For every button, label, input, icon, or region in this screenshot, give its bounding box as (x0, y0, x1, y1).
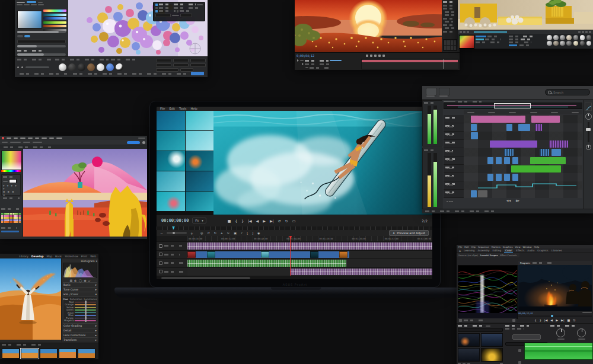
gain-knob[interactable] (586, 145, 591, 150)
transport-button-icon[interactable]: { (235, 219, 237, 223)
transport-button-icon[interactable]: ◀ (550, 318, 553, 322)
transport-button-icon[interactable]: ■ (568, 318, 570, 322)
color-swatch[interactable] (10, 221, 12, 223)
track-header[interactable] (157, 258, 187, 267)
scrubber-playhead[interactable] (172, 226, 175, 230)
zoom-fit-dropdown[interactable]: Fit▾ (192, 218, 206, 223)
timeline-hscrollbar[interactable] (157, 276, 432, 279)
panel-header[interactable]: Basic▸ (63, 282, 97, 287)
clip-thumbnail[interactable] (207, 251, 215, 258)
hue-strip[interactable] (1, 170, 21, 172)
material-sphere[interactable] (553, 41, 559, 46)
tool-button-icon[interactable]: ↺ (207, 231, 209, 235)
transport-mini-icon[interactable]: ◀◀ (506, 199, 511, 202)
search-box[interactable] (545, 89, 590, 95)
tool-button-icon[interactable]: [ (247, 231, 248, 235)
zoom-out-icon[interactable]: − (160, 231, 163, 235)
panel-header[interactable]: Tone Curve▸ (63, 287, 97, 292)
apply-button[interactable] (191, 72, 204, 75)
option-field[interactable] (190, 63, 206, 67)
material-sphere[interactable] (116, 63, 123, 71)
audio-clip[interactable] (290, 269, 432, 276)
option-field[interactable] (190, 59, 206, 62)
tool-button-icon[interactable]: + (221, 231, 223, 235)
audio-clip[interactable] (490, 141, 537, 148)
pan-knob[interactable] (556, 328, 565, 337)
overview-selection[interactable] (494, 103, 531, 108)
lock-icon[interactable] (159, 261, 162, 265)
material-sphere[interactable] (580, 35, 585, 40)
workspace-tab[interactable]: Graphics (537, 249, 549, 252)
caption-track-lane[interactable] (187, 241, 432, 250)
clip-thumbnail[interactable] (187, 251, 196, 258)
pan-knob[interactable] (577, 328, 586, 337)
panel-tab[interactable]: Lumetri Scopes (480, 254, 498, 257)
automation-envelope[interactable] (464, 182, 582, 190)
material-sphere[interactable] (566, 41, 572, 46)
hsl-slider[interactable] (75, 309, 96, 311)
module-tab[interactable]: Print (81, 255, 87, 258)
timeline-strip[interactable] (25, 66, 49, 68)
hsl-slider[interactable] (75, 312, 96, 314)
timeline-playhead[interactable] (290, 236, 291, 276)
transport-button-icon[interactable]: ◀ (256, 219, 259, 223)
audio-clip[interactable] (540, 149, 549, 156)
transport-button-icon[interactable]: ▶| (561, 318, 565, 322)
transport-mini-icon[interactable]: ▮▶ (516, 199, 520, 202)
menu-item[interactable]: Window (523, 245, 532, 248)
tool-button-icon[interactable]: ♪ (241, 231, 243, 235)
audio-clip[interactable] (531, 116, 560, 123)
material-sphere[interactable] (97, 63, 104, 71)
tool-button-icon[interactable]: ◎ (200, 231, 203, 235)
media-thumbnail[interactable] (157, 171, 185, 191)
scrubber-handle[interactable] (551, 315, 553, 317)
module-tab[interactable]: Develop (31, 255, 44, 258)
hsl-slider[interactable] (75, 320, 96, 321)
material-sphere[interactable] (106, 63, 114, 71)
tool-button-icon[interactable]: ✂ (227, 231, 229, 235)
media-thumbnail[interactable] (186, 191, 214, 211)
audio-clip[interactable] (471, 132, 478, 139)
menu-item[interactable]: Graphics (503, 245, 513, 248)
panel-header[interactable]: Lens Corrections▸ (63, 333, 97, 337)
timeline-graph-area[interactable] (361, 59, 458, 69)
audio-clip[interactable] (549, 141, 568, 148)
menu-item[interactable]: Tools (179, 107, 186, 110)
material-sphere[interactable] (580, 41, 585, 46)
value-chip[interactable] (476, 36, 486, 37)
clip-thumbnail[interactable] (261, 251, 269, 258)
mix-slider[interactable] (17, 45, 66, 47)
clip-thumbnail[interactable] (310, 251, 318, 258)
transport-button-icon[interactable]: |◀ (544, 318, 548, 322)
menu-item[interactable]: Help (534, 245, 540, 248)
track-header[interactable] (157, 241, 187, 250)
playback-slider[interactable] (474, 31, 507, 33)
module-tab[interactable]: Book (55, 255, 62, 258)
browse-button[interactable] (512, 334, 541, 340)
search-input[interactable] (553, 91, 583, 94)
twirl-icon[interactable] (302, 63, 304, 65)
current-time-indicator[interactable] (444, 59, 444, 69)
color-swatch[interactable] (19, 221, 21, 223)
workspace-tab[interactable]: Libraries (551, 249, 562, 252)
media-thumbnail[interactable] (186, 151, 214, 171)
link-text[interactable] (1, 231, 19, 232)
transport-button-icon[interactable]: { (534, 318, 536, 322)
type-buttons[interactable]: T T T T T (3, 184, 19, 190)
audio-clip[interactable] (551, 149, 561, 156)
toggle-pill[interactable] (17, 35, 23, 37)
method-dropdown[interactable] (17, 40, 66, 43)
audio-track-2-lane[interactable] (187, 267, 432, 276)
media-thumbnail[interactable] (186, 131, 214, 151)
media-thumbnail[interactable] (157, 151, 185, 171)
media-thumbnail[interactable] (186, 171, 214, 191)
tool-button-icon[interactable]: ] (252, 231, 253, 235)
audio-clip[interactable] (530, 157, 566, 164)
material-sphere[interactable] (87, 63, 95, 71)
audio-track-1-lane[interactable] (187, 258, 432, 267)
audio-clip[interactable] (518, 124, 530, 131)
audio-clip[interactable] (187, 260, 346, 267)
timeline-ruler[interactable]: 00;00;16;0000;00;32;0000;00;48;0000;01;0… (187, 236, 432, 241)
toggle-pill[interactable] (24, 35, 30, 37)
lock-icon[interactable] (159, 270, 162, 273)
